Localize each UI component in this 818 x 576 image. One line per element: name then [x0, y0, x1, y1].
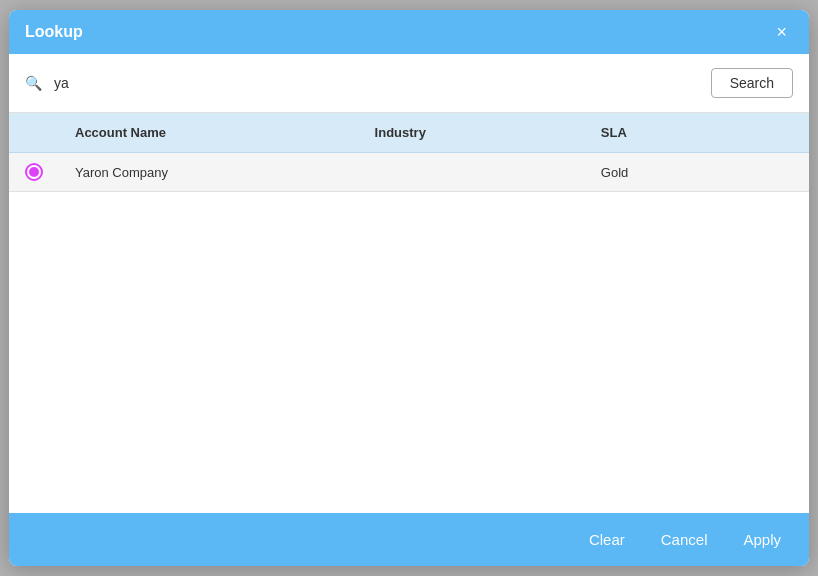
col-industry: Industry: [359, 113, 585, 153]
dialog-header: Lookup ×: [9, 10, 809, 54]
cancel-button[interactable]: Cancel: [653, 527, 716, 552]
dialog-body: 🔍 Search Account Name Industry SLA Yaron…: [9, 54, 809, 513]
search-input[interactable]: [54, 75, 699, 91]
col-account-name: Account Name: [59, 113, 359, 153]
industry-cell: [359, 153, 585, 192]
search-button[interactable]: Search: [711, 68, 793, 98]
account-name-cell: Yaron Company: [59, 153, 359, 192]
table-row[interactable]: Yaron CompanyGold: [9, 153, 809, 192]
clear-button[interactable]: Clear: [581, 527, 633, 552]
close-button[interactable]: ×: [770, 21, 793, 43]
radio-button[interactable]: [25, 163, 43, 181]
table-header: Account Name Industry SLA: [9, 113, 809, 153]
col-select: [9, 113, 59, 153]
dialog-footer: Clear Cancel Apply: [9, 513, 809, 566]
row-select-cell[interactable]: [9, 153, 59, 192]
table-body: Yaron CompanyGold: [9, 153, 809, 192]
dialog-title: Lookup: [25, 23, 83, 41]
search-icon: 🔍: [25, 75, 42, 91]
sla-cell: Gold: [585, 153, 809, 192]
table-container: Account Name Industry SLA Yaron CompanyG…: [9, 113, 809, 513]
lookup-dialog: Lookup × 🔍 Search Account Name Industry …: [9, 10, 809, 566]
results-table: Account Name Industry SLA Yaron CompanyG…: [9, 113, 809, 192]
apply-button[interactable]: Apply: [735, 527, 789, 552]
col-sla: SLA: [585, 113, 809, 153]
search-bar: 🔍 Search: [9, 54, 809, 113]
